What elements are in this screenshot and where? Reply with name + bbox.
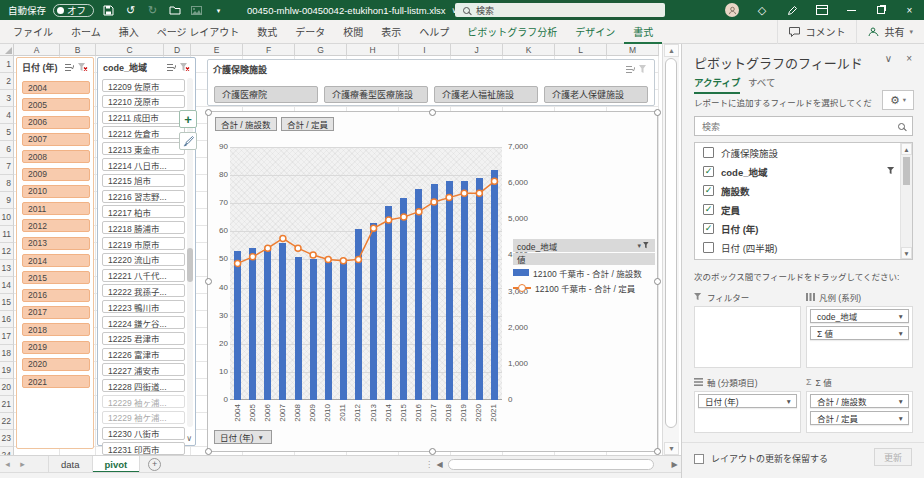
row-header-15[interactable]: 15: [0, 294, 14, 311]
column-header-H[interactable]: H: [347, 44, 399, 56]
slicer-item-region[interactable]: 12213 東金市: [102, 142, 185, 155]
slicer-item-region[interactable]: 12217 柏市: [102, 205, 185, 218]
row-header-9[interactable]: 9: [0, 192, 14, 209]
chart-selection-handle[interactable]: [654, 448, 661, 455]
row-header-8[interactable]: 8: [0, 175, 14, 192]
slicer-item-year[interactable]: 2007: [22, 133, 90, 146]
slicer-item-region[interactable]: 12220 流山市: [102, 253, 185, 266]
slicer-item-region[interactable]: 12228 四街道...: [102, 379, 185, 392]
column-header-C[interactable]: C: [96, 44, 164, 56]
account-avatar[interactable]: [717, 0, 747, 20]
legend-area[interactable]: code_地域▼Σ 値▼: [806, 306, 913, 368]
row-header-7[interactable]: 7: [0, 158, 14, 175]
slicer-item-region[interactable]: 12225 君津市: [102, 332, 185, 345]
pane-tab-active[interactable]: アクティブ: [694, 75, 740, 94]
slicer-item-region[interactable]: 12222 我孫子...: [102, 284, 185, 297]
field-checkbox[interactable]: ✓: [703, 223, 714, 234]
area-pill[interactable]: 合計 / 施設数▼: [810, 394, 909, 408]
defer-checkbox[interactable]: [694, 454, 704, 464]
clear-filter-icon[interactable]: [180, 63, 190, 72]
row-header-11[interactable]: 11: [0, 226, 14, 243]
column-header-M[interactable]: M: [607, 44, 659, 56]
axis-area[interactable]: 日付 (年)▼: [694, 391, 801, 433]
field-checkbox[interactable]: [703, 147, 714, 158]
slicer-scrollbar[interactable]: [187, 78, 193, 427]
scrollbar-splitter[interactable]: ⋮: [425, 460, 433, 469]
field-row[interactable]: ✓施設数: [695, 181, 912, 200]
column-header-A[interactable]: A: [14, 44, 60, 56]
chart-elements-button[interactable]: +: [179, 110, 197, 128]
slicer-item-region[interactable]: 12210 茂原市: [102, 95, 185, 108]
ribbon-display-options-icon[interactable]: [807, 0, 837, 20]
defer-layout-update[interactable]: レイアウトの更新を保留する: [694, 452, 828, 465]
row-header-19[interactable]: 19: [0, 362, 14, 379]
multiselect-icon[interactable]: [167, 63, 176, 72]
ribbon-tab-書式[interactable]: 書式: [624, 20, 662, 44]
ribbon-tab-ファイル[interactable]: ファイル: [4, 20, 62, 44]
sheet-tab-data[interactable]: data: [48, 456, 93, 473]
slicer-item-year[interactable]: 2012: [22, 219, 90, 232]
slicer-item-region[interactable]: 12212 佐倉市: [102, 126, 185, 139]
scroll-up-icon[interactable]: ▲: [664, 44, 679, 57]
tools-button[interactable]: ⚙▾: [882, 90, 914, 110]
scroll-down-icon[interactable]: ▼: [664, 442, 679, 455]
slicer-item-facility[interactable]: 介護老人福祉施設: [434, 86, 538, 103]
hscroll-right-icon[interactable]: ▶: [668, 460, 681, 469]
slicer-item-year[interactable]: 2013: [22, 237, 90, 250]
pane-collapse-icon[interactable]: ∨: [885, 53, 892, 64]
row-header-10[interactable]: 10: [0, 209, 14, 226]
slicer-item-year[interactable]: 2005: [22, 98, 90, 111]
hscroll-left-icon[interactable]: ◀: [433, 460, 446, 469]
chart-selection-handle[interactable]: [654, 109, 661, 116]
slicer-item-region[interactable]: 12219 市原市: [102, 237, 185, 250]
ribbon-tab-データ[interactable]: データ: [286, 20, 334, 44]
row-header-18[interactable]: 18: [0, 345, 14, 362]
row-header-3[interactable]: 3: [0, 90, 14, 107]
ribbon-tab-デザイン[interactable]: デザイン: [566, 20, 624, 44]
values-area[interactable]: 合計 / 施設数▼合計 / 定員▼: [806, 391, 913, 433]
pane-tab-all[interactable]: すべて: [748, 75, 775, 89]
field-search-input[interactable]: 検索: [694, 116, 913, 136]
slicer-item-year[interactable]: 2016: [22, 289, 90, 302]
slicer-facility[interactable]: 介護保険施設 介護医療院介護療養型医療施設介護老人福祉施設介護老人保健施設: [207, 59, 655, 106]
slicer-item-year[interactable]: 2010: [22, 185, 90, 198]
pane-close-icon[interactable]: ×: [906, 53, 912, 64]
slicer-item-region[interactable]: 12231 印西市: [102, 442, 185, 455]
column-header-B[interactable]: B: [60, 44, 96, 56]
ribbon-tab-挿入[interactable]: 挿入: [110, 20, 148, 44]
area-pill[interactable]: 合計 / 定員▼: [810, 411, 909, 425]
chart-selection-handle[interactable]: [429, 109, 436, 116]
row-header-13[interactable]: 13: [0, 260, 14, 277]
field-checkbox[interactable]: ✓: [703, 204, 714, 215]
row-header-22[interactable]: 22: [0, 413, 14, 430]
row-header-2[interactable]: 2: [0, 73, 14, 90]
slicer-item-year[interactable]: 2008: [22, 150, 90, 163]
search-box[interactable]: 検索: [455, 3, 665, 17]
row-header-16[interactable]: 16: [0, 311, 14, 328]
row-header-23[interactable]: 23: [0, 430, 14, 447]
sheet-vertical-scrollbar[interactable]: ▲ ▼: [662, 44, 679, 455]
column-header-D[interactable]: D: [164, 44, 191, 56]
field-checkbox[interactable]: ✓: [703, 166, 714, 177]
clear-filter-icon[interactable]: [78, 63, 88, 72]
quick-access-chevron-icon[interactable]: ▾: [211, 3, 226, 18]
slicer-item-region[interactable]: 12221 八千代...: [102, 269, 185, 282]
field-filter[interactable]: [887, 167, 896, 177]
pencil-icon[interactable]: [777, 0, 807, 20]
sheet-tab-pivot[interactable]: pivot: [93, 456, 141, 473]
field-checkbox[interactable]: ✓: [703, 185, 714, 196]
slicer-item-year[interactable]: 2011: [22, 202, 90, 215]
slicer-item-region[interactable]: 12214 八日市...: [102, 158, 185, 171]
ribbon-tab-数式[interactable]: 数式: [248, 20, 286, 44]
field-row[interactable]: 介護保険施設: [695, 143, 912, 162]
ribbon-tab-ホーム[interactable]: ホーム: [62, 20, 110, 44]
restore-button[interactable]: [866, 0, 895, 20]
slicer-item-region[interactable]: 12216 習志野...: [102, 190, 185, 203]
slicer-item-region[interactable]: 12229 袖ケ浦...: [102, 411, 185, 424]
chevron-down-icon[interactable]: ▼: [898, 330, 904, 337]
slicer-item-year[interactable]: 2006: [22, 116, 90, 129]
row-header-24[interactable]: 24: [0, 447, 14, 455]
add-sheet-button[interactable]: +: [148, 458, 161, 471]
ribbon-tab-校閲[interactable]: 校閲: [334, 20, 372, 44]
column-header-G[interactable]: G: [295, 44, 347, 56]
